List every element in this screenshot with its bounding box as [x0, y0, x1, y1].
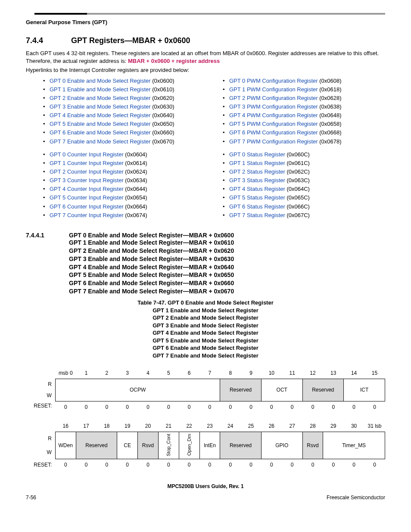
register-link-item: GPT 4 Status Register (0x064C)	[206, 185, 385, 193]
reset-value: 0	[344, 459, 364, 471]
reset-value: 0	[364, 401, 385, 413]
bit-number: 1	[76, 367, 97, 379]
register-link[interactable]: GPT 4 PWM Configuration Register	[229, 112, 318, 118]
register-address: (0x0604)	[124, 151, 147, 158]
register-link[interactable]: GPT 3 Enable and Mode Select Register	[50, 103, 151, 110]
bit-number: 14	[344, 367, 364, 379]
bit-number: 16	[55, 420, 76, 432]
register-link[interactable]: GPT 2 PWM Configuration Register	[229, 95, 318, 101]
subsection-heading: 7.4.4.1 GPT 0 Enable and Mode Select Reg…	[26, 232, 385, 239]
bit-number: 3	[117, 367, 138, 379]
register-link-item: GPT 3 Enable and Mode Select Register (0…	[26, 103, 206, 111]
register-link[interactable]: GPT 5 Enable and Mode Select Register	[50, 121, 151, 127]
reset-value: 0	[302, 401, 323, 413]
subsection-title-line: GPT 6 Enable and Mode Select Register—MB…	[69, 279, 385, 287]
register-link[interactable]: GPT 1 Status Register	[229, 160, 285, 166]
table-caption-sub: GPT 3 Enable and Mode Select Register	[26, 322, 385, 330]
reset-value: 0	[55, 401, 76, 413]
register-link[interactable]: GPT 2 Status Register	[229, 168, 285, 175]
register-link[interactable]: GPT 6 Status Register	[229, 203, 285, 210]
register-link[interactable]: GPT 3 Status Register	[229, 177, 285, 184]
footer-company: Freescale Semiconductor	[327, 495, 385, 501]
register-link[interactable]: GPT 4 Enable and Mode Select Register	[50, 112, 151, 118]
register-address: (0x0648)	[318, 112, 342, 118]
register-link-columns: GPT 0 Enable and Mode Select Register (0…	[26, 77, 385, 224]
bit-number: 11	[282, 367, 302, 379]
register-link[interactable]: GPT 6 PWM Configuration Register	[229, 129, 318, 136]
register-address: (0x0624)	[124, 168, 147, 175]
bit-number: 22	[179, 420, 199, 432]
register-address: (0x061C)	[285, 160, 310, 166]
register-address: (0x065C)	[285, 194, 310, 201]
field-wden: WDen	[55, 432, 76, 459]
register-link-item: GPT 7 Enable and Mode Select Register (0…	[26, 137, 206, 146]
register-link[interactable]: GPT 5 PWM Configuration Register	[229, 121, 318, 127]
register-link[interactable]: GPT 6 Enable and Mode Select Register	[50, 129, 151, 136]
register-link[interactable]: GPT 2 Counter Input Register	[50, 168, 124, 175]
register-address: (0x0608)	[318, 78, 342, 84]
register-link[interactable]: GPT 0 Counter Input Register	[50, 151, 124, 158]
bit-number: 20	[138, 420, 159, 432]
reset-value: 0	[55, 459, 76, 471]
register-link[interactable]: GPT 5 Status Register	[229, 194, 285, 201]
field-inten: IntEn	[199, 432, 220, 459]
register-address: (0x0674)	[124, 212, 147, 218]
field-timer-ms: Timer_MS	[323, 432, 385, 459]
section-number: 7.4.4	[26, 36, 69, 45]
section-title: GPT Registers—MBAR + 0x0600	[71, 36, 190, 45]
register-link[interactable]: GPT 1 Enable and Mode Select Register	[50, 86, 151, 93]
table-caption-sub: GPT 4 Enable and Mode Select Register	[26, 329, 385, 337]
left-column: GPT 0 Enable and Mode Select Register (0…	[26, 77, 206, 224]
register-link[interactable]: GPT 7 Status Register	[229, 212, 285, 218]
register-link[interactable]: GPT 6 Counter Input Register	[50, 203, 124, 210]
register-link[interactable]: GPT 1 Counter Input Register	[50, 160, 124, 166]
register-address: (0x0638)	[318, 103, 342, 110]
register-link[interactable]: GPT 1 PWM Configuration Register	[229, 86, 318, 93]
register-address: (0x0654)	[124, 194, 147, 201]
bit-number: 28	[302, 420, 323, 432]
register-address: (0x0640)	[151, 112, 174, 118]
register-link[interactable]: GPT 0 Status Register	[229, 151, 285, 158]
reset-value: 0	[117, 459, 138, 471]
register-link[interactable]: GPT 4 Status Register	[229, 186, 285, 192]
subsection-title-line: GPT 5 Enable and Mode Select Register—MB…	[69, 271, 385, 279]
running-header: General Purpose Timers (GPT)	[26, 19, 385, 25]
bit-number: 6	[179, 367, 199, 379]
register-address: (0x0660)	[151, 129, 174, 136]
register-link-item: GPT 6 PWM Configuration Register (0x0668…	[206, 128, 385, 137]
register-link[interactable]: GPT 7 Enable and Mode Select Register	[50, 138, 151, 145]
reset-value: 0	[323, 401, 344, 413]
register-link-item: GPT 7 Counter Input Register (0x0674)	[26, 211, 206, 220]
table-caption-sub: GPT 7 Enable and Mode Select Register	[26, 352, 385, 360]
register-link-item: GPT 5 PWM Configuration Register (0x0658…	[206, 120, 385, 128]
register-link[interactable]: GPT 7 PWM Configuration Register	[229, 138, 318, 145]
reset-row-high: RESET: 0000000000000000	[26, 401, 385, 413]
register-link-item: GPT 5 Counter Input Register (0x0654)	[26, 193, 206, 202]
register-address: (0x0664)	[124, 203, 147, 210]
register-link-item: GPT 5 Enable and Mode Select Register (0…	[26, 120, 206, 128]
register-link[interactable]: GPT 0 Enable and Mode Select Register	[50, 78, 151, 84]
register-link[interactable]: GPT 2 Enable and Mode Select Register	[50, 95, 151, 101]
hyperlink-note: Hyperlinks to the Interrupt Controller r…	[26, 66, 385, 74]
bit-number: 15	[364, 367, 385, 379]
register-link[interactable]: GPT 5 Counter Input Register	[50, 194, 124, 201]
bit-number: 4	[138, 367, 159, 379]
field-rsvd-28: Rsvd	[302, 432, 323, 459]
register-link-item: GPT 0 Counter Input Register (0x0604)	[26, 150, 206, 159]
field-reserved-17-18: Reserved	[76, 432, 117, 459]
register-link-item: GPT 3 Counter Input Register (0x0634)	[26, 176, 206, 185]
register-link[interactable]: GPT 4 Counter Input Register	[50, 186, 124, 192]
register-link-item: GPT 1 Counter Input Register (0x0614)	[26, 159, 206, 168]
register-link[interactable]: GPT 3 Counter Input Register	[50, 177, 124, 184]
bit-number: 2	[97, 367, 117, 379]
register-link[interactable]: GPT 3 PWM Configuration Register	[229, 103, 318, 110]
subsection-title-line: GPT 7 Enable and Mode Select Register—MB…	[69, 287, 385, 296]
register-link[interactable]: GPT 0 PWM Configuration Register	[229, 78, 318, 84]
reset-value: 0	[158, 401, 179, 413]
register-link-item: GPT 7 PWM Configuration Register (0x0678…	[206, 137, 385, 146]
register-address: (0x0658)	[318, 121, 342, 127]
table-caption-sub: GPT 1 Enable and Mode Select Register	[26, 307, 385, 314]
r-row-high: R OCPW Reserved OCT Reserved ICT	[26, 379, 385, 390]
register-link[interactable]: GPT 7 Counter Input Register	[50, 212, 124, 218]
register-link-item: GPT 7 Status Register (0x067C)	[206, 211, 385, 220]
